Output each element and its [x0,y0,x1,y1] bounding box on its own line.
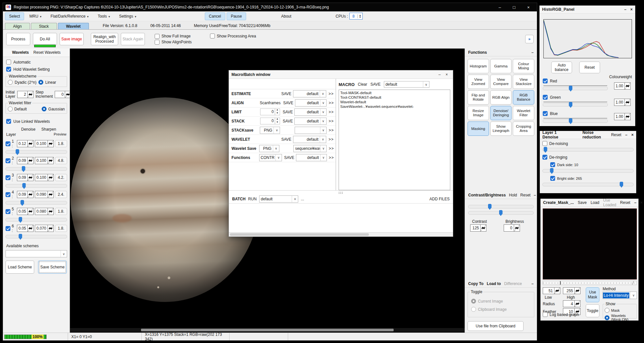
macro-horizontal-scrollbar[interactable] [229,232,453,236]
menu-about[interactable]: About [277,13,295,20]
schemes-dropdown[interactable]: ∨ [6,250,67,257]
menu-tools[interactable]: Tools [94,13,114,20]
stack-run-button[interactable]: >> [328,119,334,123]
use-mask-button[interactable]: Use Mask [586,287,599,302]
bright-side-slider[interactable] [542,183,634,186]
contrast-slider[interactable] [468,205,534,208]
mask-title-bar[interactable]: Create_Mask_... Save Load Use Loaded Res… [540,199,638,207]
blue-weight-stepper[interactable]: 1.00 [614,113,631,120]
layer5-slider[interactable] [6,218,67,222]
brightness-stepper[interactable]: 0 [504,224,520,232]
cancel-button[interactable]: Cancel [205,12,225,20]
layer1-preview[interactable]: 1.8. [55,140,67,147]
view-zoomed-button[interactable]: View Zoomed [468,75,489,89]
layer6-sharpen-stepper[interactable]: 0.070 [35,225,54,232]
high-stepper[interactable]: 255 [563,287,581,294]
batch-run-button[interactable]: RUN [248,197,257,201]
green-weight-stepper[interactable]: 1.00 [614,99,631,106]
stacksave-run-button[interactable]: >> [328,128,334,133]
layer6-denoise-stepper[interactable]: 0.05 [17,225,34,232]
save-label[interactable]: SAVE [282,119,293,123]
de-ringing-checkbox[interactable] [542,155,547,160]
layer1-denoise-stepper[interactable]: 0.12 [17,140,34,147]
stacksave-format-dropdown[interactable]: PNG∨ [260,127,280,134]
show-processing-area-checkbox[interactable] [210,34,215,38]
automatic-checkbox[interactable] [6,60,11,64]
splitter-grip[interactable] [229,191,453,194]
minimize-icon[interactable]: – [531,50,534,55]
cropping-area-button[interactable]: Cropping Area [513,121,534,136]
macro-step[interactable]: SaveWavelet-..¥wavelet-sequence¥wavelet- [340,104,449,109]
scanframes-label[interactable]: Scanframes [260,101,281,105]
green-checkbox[interactable] [543,95,548,100]
macro-step[interactable]: Tool-CONTRAST-default [340,95,449,100]
blue-checkbox[interactable] [543,111,548,116]
load-scheme-button[interactable]: Load Scheme [6,261,34,274]
close-icon[interactable]: × [630,7,633,12]
layer5-preview[interactable]: 1.8. [55,208,67,215]
step-increment-stepper[interactable]: 0 [55,91,70,98]
layer1-slider[interactable] [6,150,67,154]
stacksave-preset-dropdown[interactable]: ∨ [295,127,327,134]
dark-side-slider[interactable] [542,169,634,173]
layer6-slider[interactable] [6,235,67,238]
waveletsave-run-button[interactable]: >> [328,146,334,151]
filter-default-radio[interactable] [8,107,13,111]
flip-rotate-button[interactable]: Flip and Rotate [468,90,489,105]
minimize-icon[interactable]: – [493,3,507,11]
image-canvas[interactable]: Macro/Batch window – × ESTIMATE SAVE def… [70,49,465,333]
show-wavelets-radio[interactable] [605,315,609,320]
macro-preset-dropdown[interactable]: default∨ [384,81,429,88]
macro-clear-button[interactable]: Clear [358,82,367,87]
batch-preset-dropdown[interactable]: default∨ [259,195,298,203]
log-based-graph-checkbox[interactable] [543,312,548,317]
save-image-button[interactable]: Save image [60,33,84,45]
clipboard-image-radio[interactable] [471,307,476,312]
mask-load-button[interactable]: Load [591,200,599,205]
rgb-balance-button[interactable]: RGB Balance [513,90,534,105]
contrast-stepper[interactable]: 125 [470,224,486,232]
layer2-preview[interactable]: 4.8. [55,157,67,164]
menu-select[interactable]: Select [5,12,24,20]
layer6-preview[interactable]: 1.8. [55,225,67,232]
contrast-reset-button[interactable]: Reset [520,193,530,197]
macro-step[interactable]: Wavelet-default [340,100,449,104]
layer4-sharpen-stepper[interactable]: 0.090 [35,191,54,198]
macro-step[interactable]: Tool-MASK-default [340,91,449,95]
do-all-button[interactable]: Do All [33,33,57,45]
realign-with-processed-button[interactable]: Realign_with Processed [91,33,118,45]
stack-stepper[interactable]: 0▲▼ [260,118,280,124]
mask-save-button[interactable]: Save [578,200,587,205]
pause-button[interactable]: Pause [227,12,246,20]
layer3-denoise-stepper[interactable]: 0.09 [17,174,34,181]
method-dropdown[interactable]: Lo-Hi Intensity∨ [603,292,637,299]
menu-flat-dark-reference[interactable]: Flat/Dark/Reference [47,13,92,20]
process-button[interactable]: Process [6,33,30,45]
save-label[interactable]: SAVE [284,155,294,160]
minimize-icon[interactable]: – [634,200,637,205]
mask-histogram-preview[interactable] [543,208,637,279]
historgb-title-bar[interactable]: HistoRGB_Panel – × [539,6,635,14]
resize-image-button[interactable]: Resize Image [468,106,489,120]
layer3-checkbox[interactable] [6,175,10,180]
more-button[interactable]: » [525,35,534,43]
colour-mixing-button[interactable]: Colour Mixing [513,59,534,73]
minimize-icon[interactable]: – [531,281,534,286]
layer4-preview[interactable]: 2.4. [55,191,67,198]
save-label[interactable]: SAVE [282,110,293,114]
linear-radio[interactable] [38,80,43,85]
wavelet-preset-dropdown[interactable]: default∨ [293,136,326,143]
tab-stack[interactable]: Stack [31,23,57,29]
align-run-button[interactable]: >> [328,101,334,105]
save-scheme-button[interactable]: Save Scheme [38,261,67,274]
mask-reset-button[interactable]: Reset [620,200,630,205]
estimate-run-button[interactable]: >> [328,92,334,96]
layer3-preview[interactable]: 4.2. [55,174,67,181]
batch-file-list[interactable] [229,204,453,232]
minimize-icon[interactable]: – [624,7,626,12]
view-stacksize-button[interactable]: View Stacksize [513,75,534,89]
limit-preset-dropdown[interactable]: default∨ [294,108,326,116]
close-icon[interactable]: × [631,133,634,137]
masking-button[interactable]: Masking [468,121,489,136]
radius-stepper[interactable]: 4 [563,300,581,307]
